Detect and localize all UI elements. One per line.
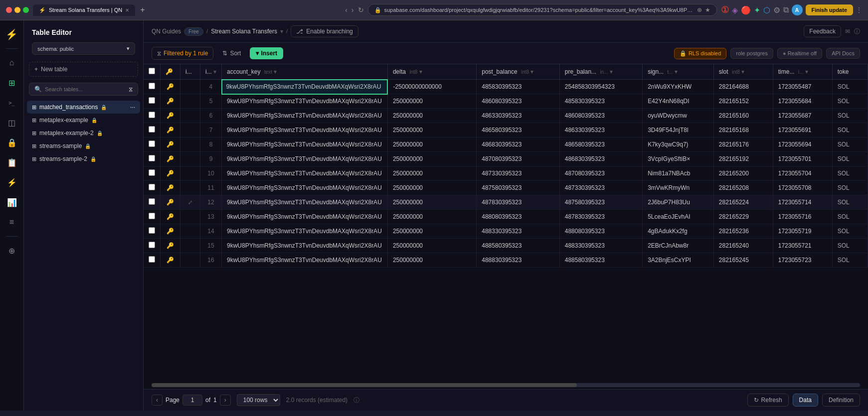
- row-account-key[interactable]: 9kwU8PYhsmRfgS3nwnzT3TvnDeuvdbMAXqWsri2X…: [222, 224, 388, 239]
- row-checkbox-cell[interactable]: [144, 109, 161, 123]
- extension-1[interactable]: ①: [721, 4, 729, 15]
- schema-selector[interactable]: schema: public ▾: [32, 42, 135, 55]
- search-tables-input[interactable]: [45, 86, 126, 92]
- forward-button[interactable]: ›: [351, 6, 354, 14]
- row-checkbox-cell[interactable]: [144, 239, 161, 253]
- th-slot[interactable]: slot int8 ▾: [713, 64, 773, 80]
- row-checkbox[interactable]: [149, 242, 155, 248]
- row-checkbox-cell[interactable]: [144, 166, 161, 181]
- nav-misc[interactable]: ⊕: [4, 243, 20, 259]
- row-checkbox[interactable]: [149, 227, 155, 234]
- th-order[interactable]: i... ▾: [200, 64, 222, 80]
- supabase-logo[interactable]: ⚡: [4, 26, 20, 42]
- nav-reports[interactable]: 📊: [4, 194, 20, 210]
- row-checkbox[interactable]: [149, 126, 155, 133]
- breadcrumb-qn-guides[interactable]: QN Guides: [152, 28, 181, 35]
- back-button[interactable]: ‹: [345, 6, 347, 14]
- nav-advisors[interactable]: ≡: [4, 214, 20, 230]
- row-checkbox-cell[interactable]: [144, 138, 161, 152]
- nav-home[interactable]: ⌂: [4, 55, 20, 71]
- row-checkbox[interactable]: [149, 169, 155, 176]
- scrollbar-thumb[interactable]: [152, 383, 577, 387]
- row-checkbox[interactable]: [149, 213, 155, 219]
- records-info-icon[interactable]: ⓘ: [353, 396, 359, 405]
- table-item-streams-sample-2[interactable]: ⊞ streams-sample-2 🔒: [27, 152, 140, 165]
- api-docs-button[interactable]: API Docs: [826, 48, 860, 59]
- th-token[interactable]: toke: [832, 64, 868, 80]
- nav-terminal[interactable]: >_: [4, 95, 20, 111]
- next-page-button[interactable]: ›: [220, 395, 231, 406]
- row-account-key[interactable]: 9kwU8PYhsmRfgS3nwnzT3TvnDeuvdbMAXqWsri2X…: [222, 138, 388, 152]
- page-input[interactable]: [182, 395, 202, 406]
- row-checkbox[interactable]: [149, 256, 155, 263]
- finish-update-button[interactable]: Finish update: [806, 4, 854, 15]
- extension-2[interactable]: ◈: [732, 5, 738, 15]
- table-item-matched-transactions[interactable]: ⊞ matched_transactions 🔒 ···: [27, 101, 140, 114]
- row-account-key[interactable]: 9kwU8PYhsmRfgS3nwnzT3TvnDeuvdbMAXqWsri2X…: [222, 109, 388, 123]
- close-button[interactable]: [6, 7, 12, 13]
- row-account-key[interactable]: 9kwU8PYhsmRfgS3nwnzT3TvnDeuvdbMAXqWsri2X…: [222, 239, 388, 253]
- row-account-key[interactable]: 9kwU8PYhsmRfgS3nwnzT3TvnDeuvdbMAXqWsri2X…: [222, 123, 388, 138]
- table-item-metaplex-example[interactable]: ⊞ metaplex-example 🔒: [27, 114, 140, 127]
- th-sign[interactable]: sign... t... ▾: [643, 64, 714, 80]
- table-actions-1[interactable]: ···: [130, 104, 135, 111]
- sort-button[interactable]: ⇅ Sort: [217, 47, 246, 59]
- row-checkbox-cell[interactable]: [144, 181, 161, 195]
- row-checkbox-cell[interactable]: [144, 195, 161, 210]
- row-checkbox-cell[interactable]: [144, 253, 161, 268]
- nav-storage[interactable]: 📋: [4, 154, 20, 170]
- row-account-key[interactable]: 9kwU8PYhsmRfgS3nwnzT3TvnDeuvdbMAXqWsri2X…: [222, 94, 388, 109]
- row-checkbox[interactable]: [149, 140, 155, 147]
- nav-functions[interactable]: ⚡: [4, 174, 20, 190]
- filter-button[interactable]: ⧖ Filtered by 1 rule: [152, 47, 213, 60]
- row-checkbox[interactable]: [149, 198, 155, 205]
- realtime-badge[interactable]: ● Realtime off: [777, 48, 822, 59]
- active-tab[interactable]: ⚡ Stream Solana Transfers | QN ✕: [33, 4, 135, 16]
- th-account-key[interactable]: account_key text ▾: [222, 64, 388, 80]
- row-checkbox-cell[interactable]: [144, 94, 161, 109]
- new-tab-button[interactable]: +: [137, 5, 148, 14]
- extensions-icon[interactable]: ⧉: [783, 5, 789, 14]
- row-account-key[interactable]: 9kwU8PYhsmRfgS3nwnzT3TvnDeuvdbMAXqWsri2X…: [222, 181, 388, 195]
- row-account-key[interactable]: 9kwU8PYhsmRfgS3nwnzT3TvnDeuvdbMAXqWsri2X…: [222, 195, 388, 210]
- extension-5[interactable]: ⬡: [763, 5, 770, 15]
- row-checkbox[interactable]: [149, 155, 155, 161]
- extension-3[interactable]: 🔴: [741, 5, 751, 15]
- tab-close-icon[interactable]: ✕: [125, 7, 129, 13]
- message-icon[interactable]: ✉: [845, 28, 850, 35]
- feedback-button[interactable]: Feedback: [804, 25, 841, 37]
- enable-branching-button[interactable]: ⎇ Enable branching: [291, 25, 358, 37]
- row-account-key[interactable]: 9kwU8PYhsmRfgS3nwnzT3TvnDeuvdbMAXqWsri2X…: [222, 80, 388, 94]
- row-account-key[interactable]: 9kwU8PYhsmRfgS3nwnzT3TvnDeuvdbMAXqWsri2X…: [222, 166, 388, 181]
- th-checkbox[interactable]: [144, 64, 161, 80]
- prev-page-button[interactable]: ‹: [152, 395, 163, 406]
- row-checkbox[interactable]: [149, 184, 155, 190]
- th-post-balance[interactable]: post_balance int8 ▾: [477, 64, 559, 80]
- rls-badge[interactable]: 🔒 RLS disabled: [674, 48, 726, 59]
- extension-4[interactable]: ✦: [754, 5, 760, 15]
- settings-icon[interactable]: ⚙: [773, 5, 780, 15]
- reload-button[interactable]: ↻: [358, 6, 364, 14]
- row-checkbox-cell[interactable]: [144, 152, 161, 166]
- insert-button[interactable]: ▾ Insert: [250, 47, 283, 59]
- th-pre-balance[interactable]: pre_balan... in... ▾: [559, 64, 642, 80]
- minimize-button[interactable]: [14, 7, 20, 13]
- row-checkbox[interactable]: [149, 112, 155, 118]
- nav-database[interactable]: ◫: [4, 115, 20, 131]
- nav-table[interactable]: ⊞: [4, 75, 20, 91]
- th-time[interactable]: time... i... ▾: [773, 64, 832, 80]
- definition-button[interactable]: Definition: [822, 394, 860, 407]
- row-checkbox-cell[interactable]: [144, 210, 161, 224]
- rows-per-page-select[interactable]: 100 rows 25 rows 50 rows: [237, 394, 280, 406]
- menu-dots[interactable]: ⋮: [856, 6, 862, 13]
- nav-auth[interactable]: 🔒: [4, 135, 20, 150]
- table-item-streams-sample[interactable]: ⊞ streams-sample 🔒: [27, 139, 140, 152]
- select-all-checkbox[interactable]: [149, 68, 155, 74]
- help-icon[interactable]: ⓘ: [854, 27, 860, 36]
- row-checkbox-cell[interactable]: [144, 123, 161, 138]
- maximize-button[interactable]: [23, 7, 29, 13]
- refresh-button[interactable]: ↻ Refresh: [747, 394, 789, 407]
- breadcrumb-stream[interactable]: Stream Solana Transfers: [211, 28, 277, 35]
- new-table-button[interactable]: + New table: [29, 62, 138, 77]
- row-checkbox[interactable]: [149, 83, 155, 89]
